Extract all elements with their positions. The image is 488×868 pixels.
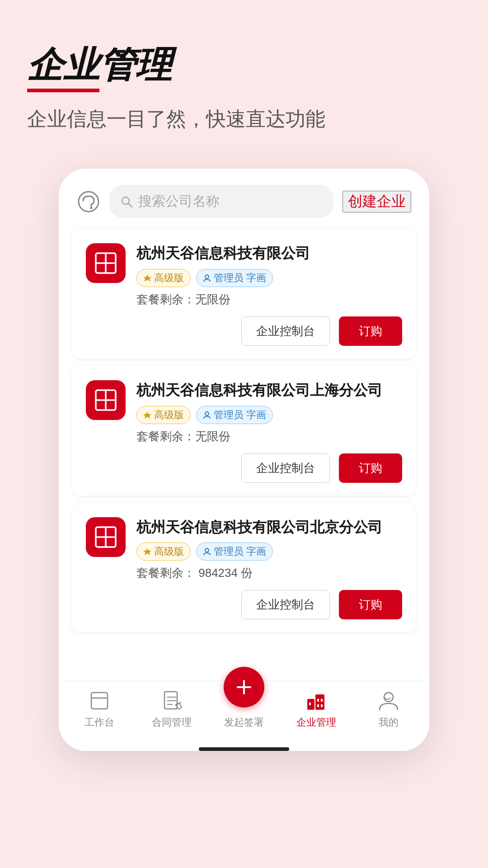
workbench-label: 工作台 — [84, 716, 114, 729]
console-button[interactable]: 企业控制台 — [241, 316, 330, 346]
company-name: 杭州天谷信息科技有限公司北京分公司 — [136, 517, 402, 538]
fab-button[interactable] — [224, 667, 264, 708]
nav-mine[interactable]: 我的 — [352, 689, 425, 729]
page-title: 企业管理 — [27, 45, 172, 92]
company-name: 杭州天谷信息科技有限公司 — [136, 243, 402, 264]
company-quota: 套餐剩余： 984234 份 — [136, 565, 402, 581]
svg-point-0 — [79, 192, 99, 212]
company-logo — [86, 243, 126, 283]
svg-rect-33 — [317, 704, 319, 707]
role-badge: 管理员 字画 — [196, 542, 273, 561]
support-icon[interactable] — [77, 190, 100, 213]
company-info: 杭州天谷信息科技有限公司上海分公司 高级版 — [136, 380, 402, 444]
company-card: 杭州天谷信息科技有限公司 高级版 — [72, 229, 416, 359]
home-indicator — [199, 747, 289, 751]
svg-rect-31 — [317, 699, 319, 702]
tier-badge: 高级版 — [136, 269, 191, 287]
nav-workbench[interactable]: 工作台 — [63, 689, 136, 729]
company-logo — [86, 380, 126, 420]
svg-marker-12 — [143, 412, 151, 419]
nav-enterprise[interactable]: 企业管理 — [280, 689, 352, 729]
svg-rect-32 — [321, 699, 323, 702]
nav-contract[interactable]: 合同管理 — [136, 689, 208, 729]
company-info: 杭州天谷信息科技有限公司北京分公司 高级版 — [136, 517, 402, 581]
svg-marker-7 — [143, 275, 151, 282]
svg-point-1 — [90, 207, 93, 209]
sign-label: 发起签署 — [224, 716, 264, 729]
company-actions: 企业控制台 订购 — [86, 316, 402, 346]
phone-mockup: 搜索公司名称 创建企业 杭州天谷信息科技有限公司 — [59, 169, 429, 751]
svg-point-8 — [205, 275, 209, 278]
contract-icon — [160, 689, 183, 712]
svg-point-13 — [205, 412, 209, 415]
role-badge: 管理员 字画 — [196, 269, 273, 287]
company-card: 杭州天谷信息科技有限公司北京分公司 高级版 — [72, 503, 416, 632]
nav-sign[interactable]: 发起签署 — [208, 689, 280, 729]
purchase-button[interactable]: 订购 — [339, 590, 402, 619]
purchase-button[interactable]: 订购 — [339, 316, 402, 346]
app-header: 搜索公司名称 创建企业 — [59, 169, 429, 229]
company-info: 杭州天谷信息科技有限公司 高级版 — [136, 243, 402, 307]
purchase-button[interactable]: 订购 — [339, 453, 402, 483]
company-tags: 高级版 管理员 字画 — [136, 269, 402, 287]
company-logo — [86, 517, 126, 557]
company-tags: 高级版 管理员 字画 — [136, 406, 402, 424]
search-bar[interactable]: 搜索公司名称 — [109, 185, 333, 218]
svg-rect-19 — [91, 693, 108, 709]
tier-badge: 高级版 — [136, 406, 191, 424]
company-actions: 企业控制台 订购 — [86, 453, 402, 483]
svg-marker-17 — [143, 548, 151, 555]
create-company-button[interactable]: 创建企业 — [343, 191, 411, 212]
svg-rect-29 — [315, 694, 324, 710]
svg-rect-30 — [309, 703, 311, 705]
svg-point-35 — [384, 693, 393, 702]
company-quota: 套餐剩余：无限份 — [136, 429, 402, 444]
mine-label: 我的 — [379, 716, 399, 729]
console-button[interactable]: 企业控制台 — [241, 453, 330, 483]
role-badge: 管理员 字画 — [196, 406, 273, 424]
contract-label: 合同管理 — [152, 716, 192, 729]
page-subtitle: 企业信息一目了然，快速直达功能 — [27, 106, 461, 132]
bottom-nav: 工作台 合同管理 发起签署 — [59, 680, 429, 743]
company-card-top: 杭州天谷信息科技有限公司 高级版 — [86, 243, 402, 307]
svg-point-18 — [205, 548, 209, 552]
company-list: 杭州天谷信息科技有限公司 高级版 — [59, 229, 429, 648]
title-area: 企业管理 企业信息一目了然，快速直达功能 — [27, 45, 461, 132]
company-card: 杭州天谷信息科技有限公司上海分公司 高级版 — [72, 366, 416, 495]
mine-icon — [377, 689, 400, 712]
enterprise-icon — [305, 689, 328, 712]
svg-line-3 — [128, 203, 132, 207]
company-quota: 套餐剩余：无限份 — [136, 292, 402, 307]
console-button[interactable]: 企业控制台 — [241, 590, 330, 619]
company-name: 杭州天谷信息科技有限公司上海分公司 — [136, 380, 402, 401]
enterprise-label: 企业管理 — [296, 716, 336, 729]
svg-rect-34 — [321, 704, 323, 707]
tier-badge: 高级版 — [136, 542, 191, 561]
company-actions: 企业控制台 订购 — [86, 590, 402, 619]
search-placeholder: 搜索公司名称 — [138, 192, 220, 211]
company-card-top: 杭州天谷信息科技有限公司北京分公司 高级版 — [86, 517, 402, 581]
company-tags: 高级版 管理员 字画 — [136, 542, 402, 561]
workbench-icon — [88, 689, 111, 712]
company-card-top: 杭州天谷信息科技有限公司上海分公司 高级版 — [86, 380, 402, 444]
